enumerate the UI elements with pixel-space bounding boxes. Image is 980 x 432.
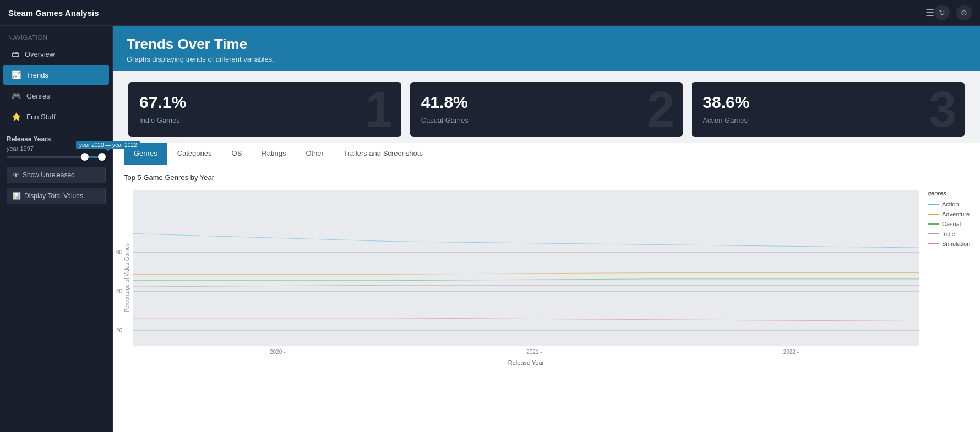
legend-adventure: Adventure xyxy=(928,211,969,217)
top-icons: ↻ ⊙ xyxy=(934,5,972,20)
trends-icon: 📈 xyxy=(12,70,21,79)
stats-row: 1 67.1% Indie Games 2 41.8% Casual Games… xyxy=(113,71,980,143)
legend-line-indie xyxy=(928,233,939,234)
tab-categories[interactable]: Categories xyxy=(167,143,222,165)
show-unreleased-label: Show Unreleased xyxy=(23,171,75,179)
main-layout: Navigation 🗃 Overview 📈 Trends 🎮 Genres … xyxy=(0,26,980,432)
legend-indie: Indie xyxy=(928,231,969,237)
overview-icon: 🗃 xyxy=(12,50,19,58)
legend-simulation: Simulation xyxy=(928,240,969,247)
grid-label-60: 60 - xyxy=(116,249,126,255)
page-subtitle: Graphs displaying trends of different va… xyxy=(127,55,966,63)
stat-label-1: Indie Games xyxy=(139,116,180,124)
legend-line-action xyxy=(928,204,939,205)
show-unreleased-button[interactable]: 👁 Show Unreleased xyxy=(7,167,106,183)
display-total-label: Display Total Values xyxy=(24,192,83,200)
page-header: Trends Over Time Graphs displaying trend… xyxy=(113,26,980,71)
chart-inner: 20 - 40 - 60 - xyxy=(133,190,919,346)
topbar: Steam Games Analysis ☰ ↻ ⊙ xyxy=(0,0,980,26)
chart-title: Top 5 Game Genres by Year xyxy=(124,173,969,182)
genres-icon: 🎮 xyxy=(12,91,21,100)
sidebar-label-funstuff: Fun Stuff xyxy=(26,113,56,121)
x-label-2022: 2022 - xyxy=(783,349,799,355)
stat-bg-2: 2 xyxy=(647,85,674,134)
refresh-button[interactable]: ↻ xyxy=(934,5,950,20)
page-title: Trends Over Time xyxy=(127,36,966,53)
legend-label-action: Action xyxy=(942,201,959,207)
stat-card-3: 3 38.6% Action Games xyxy=(692,82,965,137)
slider-thumb-left[interactable] xyxy=(81,153,89,161)
chart-svg xyxy=(133,190,919,346)
hamburger-icon[interactable]: ☰ xyxy=(925,7,934,19)
tab-trailers[interactable]: Trailers and Screenshots xyxy=(334,143,433,165)
tab-os[interactable]: OS xyxy=(222,143,252,165)
tab-other[interactable]: Other xyxy=(296,143,334,165)
stat-card-2: 2 41.8% Casual Games xyxy=(410,82,683,137)
stat-bg-1: 1 xyxy=(366,85,393,134)
x-axis-label: Release Year xyxy=(133,359,919,366)
legend-label-indie: Indie xyxy=(942,231,955,237)
grid-label-20: 20 - xyxy=(116,327,126,333)
sidebar: Navigation 🗃 Overview 📈 Trends 🎮 Genres … xyxy=(0,26,113,432)
slider-thumb-right[interactable] xyxy=(98,153,106,161)
x-label-2020: 2020 - xyxy=(270,349,285,355)
legend-label-casual: Casual xyxy=(942,221,961,227)
tab-bar: Genres Categories OS Ratings Other Trail… xyxy=(113,143,980,165)
sidebar-item-genres[interactable]: 🎮 Genres xyxy=(3,86,109,106)
stat-label-3: Action Games xyxy=(703,116,748,124)
stat-label-2: Casual Games xyxy=(421,116,469,124)
legend-line-simulation xyxy=(928,243,939,244)
legend-line-adventure xyxy=(928,214,939,215)
release-years-control: Release Years year 1997 year 2020 — year… xyxy=(0,130,112,214)
sidebar-nav-label: Navigation xyxy=(0,29,112,43)
sidebar-item-overview[interactable]: 🗃 Overview xyxy=(3,44,109,64)
legend-label-simulation: Simulation xyxy=(942,240,970,247)
stat-bg-3: 3 xyxy=(929,85,956,134)
stat-percent-3: 38.6% xyxy=(703,93,954,112)
chart-area: Top 5 Game Genres by Year Percentage of … xyxy=(113,165,980,432)
slider-tooltip: year 2020 — year 2022 xyxy=(76,141,140,149)
chart-legend: genres Action Adventure Casual xyxy=(919,190,969,366)
sidebar-item-funstuff[interactable]: ⭐ Fun Stuff xyxy=(3,107,109,127)
sidebar-label-trends: Trends xyxy=(26,71,48,79)
legend-line-casual xyxy=(928,223,939,225)
legend-title: genres xyxy=(928,190,969,196)
legend-action: Action xyxy=(928,201,969,207)
app-title: Steam Games Analysis xyxy=(8,8,925,18)
tab-ratings[interactable]: Ratings xyxy=(252,143,296,165)
eye-icon: 👁 xyxy=(13,171,19,179)
sidebar-item-trends[interactable]: 📈 Trends xyxy=(3,65,109,85)
sidebar-label-genres: Genres xyxy=(26,92,50,100)
github-button[interactable]: ⊙ xyxy=(956,5,972,20)
table-icon: 📊 xyxy=(13,192,21,200)
stat-percent-1: 67.1% xyxy=(139,93,390,112)
legend-label-adventure: Adventure xyxy=(942,211,970,217)
year-range-slider[interactable]: year 2020 — year 2022 xyxy=(7,156,106,158)
legend-casual: Casual xyxy=(928,221,969,227)
chart-wrapper: Percentage of Video Games 20 - 40 - 60 - xyxy=(124,190,969,366)
x-label-2021: 2021 - xyxy=(526,349,542,355)
stat-card-1: 1 67.1% Indie Games xyxy=(128,82,401,137)
sidebar-label-overview: Overview xyxy=(25,50,55,58)
display-total-button[interactable]: 📊 Display Total Values xyxy=(7,188,106,204)
slider-track xyxy=(7,156,106,158)
grid-label-40: 40 - xyxy=(116,288,126,294)
stat-percent-2: 41.8% xyxy=(421,93,672,112)
funstuff-icon: ⭐ xyxy=(12,112,21,121)
content-area: Trends Over Time Graphs displaying trend… xyxy=(113,26,980,432)
x-labels: 2020 - 2021 - 2022 - xyxy=(133,346,919,355)
